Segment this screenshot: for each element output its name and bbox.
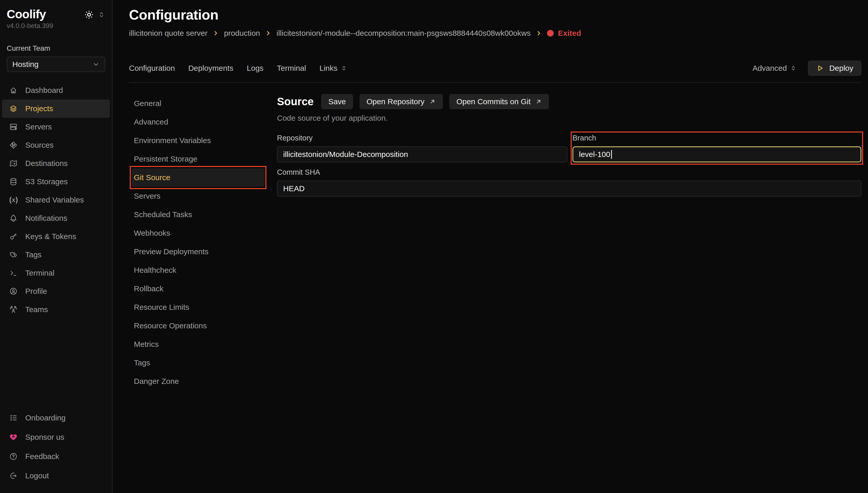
sidebar-item-keys-tokens[interactable]: Keys & Tokens xyxy=(2,228,110,246)
current-team-label: Current Team xyxy=(7,44,105,52)
branch-label: Branch xyxy=(572,134,861,142)
bell-icon xyxy=(9,214,18,222)
sidebar-nav: Dashboard Projects Servers Sources Desti… xyxy=(2,81,110,319)
sidebar-item-dashboard[interactable]: Dashboard xyxy=(2,81,110,100)
commit-sha-input[interactable] xyxy=(277,180,861,197)
heart-icon xyxy=(9,433,18,441)
key-icon xyxy=(9,232,18,241)
subnav-item-scheduled-tasks[interactable]: Scheduled Tasks xyxy=(131,205,264,224)
chevron-right-icon xyxy=(213,30,219,36)
main-content: Configuration illicitonion quote serverp… xyxy=(112,0,868,493)
sidebar-item-logout[interactable]: Logout xyxy=(2,466,110,485)
tabs-row: Configuration Deployments Logs Terminal … xyxy=(129,60,861,76)
variable-icon: (x) xyxy=(9,196,18,204)
sidebar-item-projects[interactable]: Projects xyxy=(2,100,110,118)
subnav-item-healthcheck[interactable]: Healthcheck xyxy=(131,261,264,279)
sidebar-item-sponsor-us[interactable]: Sponsor us xyxy=(2,427,110,447)
subnav-item-resource-operations[interactable]: Resource Operations xyxy=(131,317,264,335)
tab-deployments[interactable]: Deployments xyxy=(188,64,233,72)
sidebar-item-s3-storages[interactable]: S3 Storages xyxy=(2,173,110,191)
arrow-up-right-icon xyxy=(429,98,436,105)
subnav-item-advanced[interactable]: Advanced xyxy=(131,113,264,131)
sidebar-item-destinations[interactable]: Destinations xyxy=(2,154,110,173)
sidebar-footer-nav: Onboarding Sponsor us Feedback Logout xyxy=(2,408,110,485)
sidebar-item-onboarding[interactable]: Onboarding xyxy=(2,408,110,427)
deploy-button[interactable]: Deploy xyxy=(808,61,861,76)
configuration-content: General Advanced Environment Variables P… xyxy=(129,94,861,493)
tags-icon xyxy=(9,251,18,259)
page-title: Configuration xyxy=(129,7,861,23)
sidebar-item-notifications[interactable]: Notifications xyxy=(2,209,110,228)
open-repository-button[interactable]: Open Repository xyxy=(360,94,443,109)
advanced-label: Advanced xyxy=(753,64,787,72)
subnav-item-environment-variables[interactable]: Environment Variables xyxy=(131,131,264,150)
chevron-right-icon xyxy=(265,30,271,36)
source-section: Source Save Open Repository Open Commits… xyxy=(277,94,861,493)
subnav-item-metrics[interactable]: Metrics xyxy=(131,335,264,353)
map-icon xyxy=(9,159,18,168)
subnav-item-persistent-storage[interactable]: Persistent Storage xyxy=(131,150,264,168)
team-select[interactable]: Hosting xyxy=(7,57,105,72)
users-icon xyxy=(9,305,18,314)
repository-label: Repository xyxy=(277,134,567,142)
tab-links[interactable]: Links xyxy=(319,64,347,72)
theme-selector-icon[interactable] xyxy=(98,11,105,19)
chevron-right-icon xyxy=(536,30,542,36)
subnav-item-resource-limits[interactable]: Resource Limits xyxy=(131,298,264,317)
server-icon xyxy=(9,123,18,131)
status-label: Exited xyxy=(558,29,581,38)
branch-input[interactable]: level-100 xyxy=(572,146,861,163)
commit-sha-label: Commit SHA xyxy=(277,168,861,176)
subnav-item-danger-zone[interactable]: Danger Zone xyxy=(131,372,264,391)
subnav-item-servers[interactable]: Servers xyxy=(131,187,264,205)
play-icon xyxy=(816,64,824,72)
sidebar-item-tags[interactable]: Tags xyxy=(2,246,110,264)
app-logo: Coolify xyxy=(7,8,46,21)
theme-toggle-sun-icon[interactable] xyxy=(84,10,94,20)
subnav-item-preview-deployments[interactable]: Preview Deployments xyxy=(131,242,264,261)
advanced-menu[interactable]: Advanced xyxy=(753,64,797,72)
subnav-item-rollback[interactable]: Rollback xyxy=(131,279,264,298)
save-button[interactable]: Save xyxy=(321,94,353,109)
tabs-divider xyxy=(129,82,861,83)
sidebar-item-servers[interactable]: Servers xyxy=(2,118,110,136)
chevron-down-icon xyxy=(92,61,100,68)
repository-input[interactable] xyxy=(277,146,567,163)
sidebar: Coolify v4.0.0-beta.399 Current Team Hos… xyxy=(0,0,112,493)
tabs: Configuration Deployments Logs Terminal … xyxy=(129,64,347,72)
breadcrumb-item[interactable]: illicitestonion/-module--decomposition:m… xyxy=(276,29,531,38)
subnav-item-git-source[interactable]: Git Source xyxy=(131,168,264,187)
database-icon xyxy=(9,177,18,186)
sidebar-item-profile[interactable]: Profile xyxy=(2,282,110,301)
breadcrumb: illicitonion quote serverproductionillic… xyxy=(129,29,861,38)
git-icon xyxy=(9,141,18,149)
terminal-icon xyxy=(9,269,18,277)
subnav-item-webhooks[interactable]: Webhooks xyxy=(131,224,264,242)
home-icon xyxy=(9,86,18,94)
deploy-label: Deploy xyxy=(829,64,853,72)
subnav-item-general[interactable]: General xyxy=(131,94,264,113)
checklist-icon xyxy=(9,414,18,422)
logo-row: Coolify xyxy=(7,8,105,21)
sidebar-item-terminal[interactable]: Terminal xyxy=(2,264,110,282)
status-badge: Exited xyxy=(547,29,581,38)
help-icon xyxy=(9,452,18,460)
tab-terminal[interactable]: Terminal xyxy=(277,64,306,72)
tab-logs[interactable]: Logs xyxy=(247,64,263,72)
subnav-item-tags[interactable]: Tags xyxy=(131,353,264,372)
user-circle-icon xyxy=(9,287,18,295)
selector-icon xyxy=(790,65,797,71)
section-title: Source xyxy=(277,95,314,108)
selector-icon xyxy=(341,65,347,71)
breadcrumb-item[interactable]: production xyxy=(224,29,260,38)
app-version: v4.0.0-beta.399 xyxy=(7,22,105,30)
breadcrumb-item[interactable]: illicitonion quote server xyxy=(129,29,208,38)
open-commits-button[interactable]: Open Commits on Git xyxy=(449,94,549,109)
arrow-up-right-icon xyxy=(535,98,542,105)
settings-subnav: General Advanced Environment Variables P… xyxy=(129,94,277,493)
sidebar-item-feedback[interactable]: Feedback xyxy=(2,447,110,466)
sidebar-item-shared-variables[interactable]: (x) Shared Variables xyxy=(2,191,110,209)
sidebar-item-teams[interactable]: Teams xyxy=(2,301,110,319)
sidebar-item-sources[interactable]: Sources xyxy=(2,136,110,154)
tab-configuration[interactable]: Configuration xyxy=(129,64,175,72)
